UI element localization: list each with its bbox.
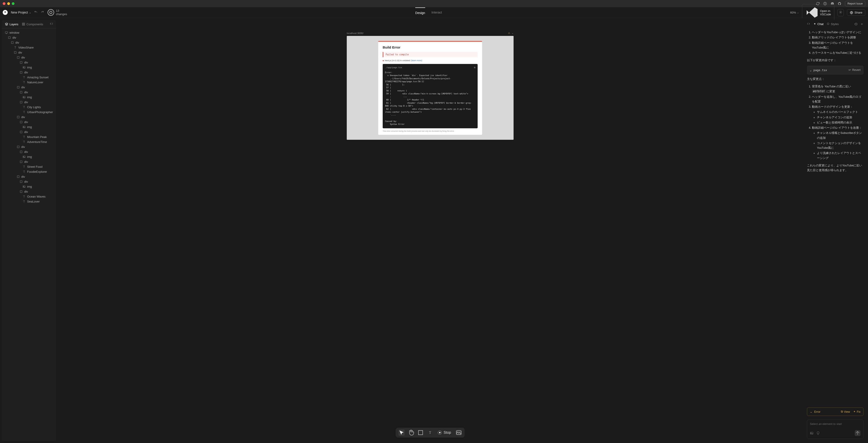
svg-rect-14 [11,41,13,43]
tree-item[interactable]: div [2,174,56,179]
external-link-icon: ⧉ [841,410,843,413]
tree-item[interactable]: FoodieExplorer [2,169,56,174]
expand-right-panel[interactable] [807,22,810,26]
tree-item[interactable]: div [2,85,56,90]
tree-item[interactable]: img [2,65,56,70]
tree-item[interactable]: div [2,50,56,55]
open-vscode-button[interactable]: Open in VSCode [802,4,835,21]
chevron-down-icon[interactable]: ⌄ [810,410,812,413]
tree-item[interactable]: div [2,55,56,60]
tree-item[interactable]: Ocean Waves [2,194,56,199]
svg-rect-9 [24,23,25,24]
tab-chat[interactable]: Chat [813,22,824,26]
preview-frame: localhost:3000/ ⚠ ⌄ Build Error Failed t… [347,32,514,140]
layers-tree[interactable]: windowdivdivVideoSharedivdivdivimgdivAma… [2,29,56,441]
view-error-button[interactable]: ⧉ View [841,410,850,413]
tree-item[interactable]: div [2,159,56,164]
tab-styles[interactable]: Styles [827,22,839,26]
history-icon[interactable] [855,22,858,26]
tab-interact[interactable]: Interact [432,7,442,18]
tree-item[interactable]: img [2,125,56,129]
tree-item[interactable]: img [2,154,56,159]
hand-tool[interactable] [408,430,414,436]
collapse-left-panel[interactable] [50,22,53,26]
box-icon [14,51,17,54]
tree-item[interactable]: div [2,90,56,95]
box-icon [17,56,20,59]
tree-item[interactable]: div [2,60,56,65]
external-link-icon[interactable]: ⧉ [474,66,475,69]
svg-rect-36 [17,176,19,178]
file-chip[interactable]: ⌄ page.tsx ↩ Revert [807,66,864,74]
tree-item[interactable]: NatureLover [2,80,56,85]
chat-content[interactable]: ヘッダーをYouTubeっぽいデザインに動画グリッドのレイアウトを調整動画詳細ペ… [804,28,866,406]
add-icon[interactable] [860,22,864,26]
share-button[interactable]: Share [847,9,865,16]
tree-item[interactable]: div [2,35,56,40]
redo-button[interactable] [41,10,44,14]
box-icon [17,86,20,89]
stop-label: Stop [444,431,451,435]
tree-item[interactable]: Street Food [2,164,56,169]
tree-item[interactable]: img [2,184,56,189]
warning-icon[interactable]: ⚠ [508,32,510,35]
maximize-window[interactable] [12,2,14,5]
tree-item[interactable]: div [2,100,56,105]
chevron-down-icon[interactable]: ⌄ [512,32,514,35]
settings-button[interactable] [837,9,844,16]
tree-item[interactable]: div [2,70,56,75]
tab-components[interactable]: Components [22,23,43,26]
rectangle-tool[interactable] [417,430,424,436]
tree-item[interactable]: Mountain Peak [2,134,56,139]
stop-button[interactable]: Stop [436,431,453,435]
build-error-overlay: Build Error Failed to compile Next.js (1… [378,41,482,135]
image-attachment-icon[interactable] [810,431,813,435]
learn-more-link[interactable]: (learn more) [411,59,422,62]
tree-item[interactable]: div [2,40,56,45]
tree-item[interactable]: window [2,30,56,35]
tree-item-label: div [24,180,28,183]
project-name-dropdown[interactable]: New Project ⌄ [11,11,31,14]
tree-item[interactable]: div [2,114,56,120]
box-icon [20,61,23,64]
changes-indicator[interactable]: 13 changes [47,9,67,16]
box-icon [20,71,23,74]
tree-item[interactable]: div [2,149,56,154]
tree-item[interactable]: div [2,189,56,194]
cursor-tool[interactable] [399,430,405,436]
tab-design[interactable]: Design [415,7,425,18]
tree-item[interactable]: div [2,120,56,125]
undo-button[interactable] [34,10,37,14]
chat-placeholder: Select an element to start [810,422,861,425]
tree-item[interactable]: div [2,179,56,184]
tree-item[interactable]: div [2,144,56,149]
text-tool[interactable]: T [427,430,433,436]
lightbulb-icon[interactable] [816,431,820,435]
svg-rect-31 [17,146,19,148]
close-window[interactable] [3,2,5,5]
canvas-area[interactable]: localhost:3000/ ⚠ ⌄ Build Error Failed t… [56,18,804,443]
fix-error-button[interactable]: Fix [853,410,861,413]
img-icon [23,126,26,129]
list-item: ヘッダーを追加し、YouTube風のロゴを配置 [812,95,864,104]
tree-item[interactable]: img [2,95,56,100]
image-tool[interactable] [456,430,462,436]
tree-item[interactable]: div [2,129,56,134]
tree-item[interactable]: UrbanPhotographer [2,109,56,114]
tab-layers[interactable]: Layers [5,23,18,26]
send-button[interactable] [855,430,861,436]
tree-item[interactable]: City Lights [2,105,56,109]
globe-icon [850,11,853,14]
tree-item[interactable]: VideoShare [2,45,56,50]
revert-button[interactable]: ↩ Revert [848,68,861,72]
chat-input[interactable]: Select an element to start [807,419,864,439]
list-item: コメントセクションのデザインをYouTube風に [817,141,864,150]
minimize-window[interactable] [7,2,10,5]
zoom-dropdown[interactable]: 60% ⌄ [790,11,799,14]
tree-item[interactable]: SeaLover [2,199,56,204]
tree-item[interactable]: Amazing Sunset [2,75,56,80]
tree-item[interactable]: AdventureTime [2,139,56,144]
error-footer-text: This error occurred during the build pro… [383,130,477,132]
text-icon [23,195,26,198]
tree-item-label: div [21,56,25,59]
